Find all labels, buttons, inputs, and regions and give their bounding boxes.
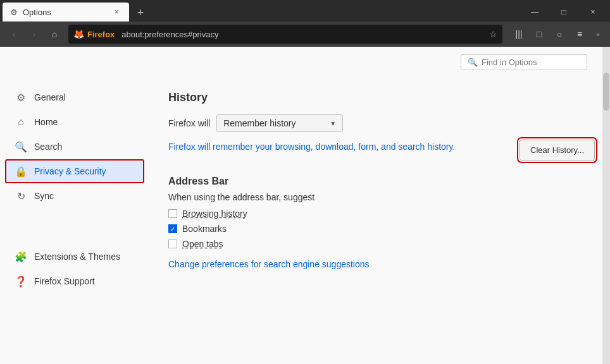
sidebar-label-support: Firefox Support xyxy=(34,276,95,286)
support-icon: ❓ xyxy=(15,276,27,287)
browsing-history-row: Browsing history xyxy=(168,209,595,219)
menu-button[interactable]: ≡ xyxy=(571,25,588,43)
browsing-history-checkbox[interactable] xyxy=(168,209,177,218)
active-tab[interactable]: ⚙ Options × xyxy=(3,3,129,21)
browsing-history-label: Browsing history xyxy=(182,209,247,219)
firefox-logo-icon: 🦊 xyxy=(73,29,84,39)
extensions-icon: 🧩 xyxy=(15,251,27,262)
sidebar-item-search[interactable]: 🔍 Search xyxy=(5,135,144,159)
synced-tabs-button[interactable]: □ xyxy=(530,25,548,43)
minimize-button[interactable]: — xyxy=(520,3,549,21)
open-tabs-label: Open tabs xyxy=(182,239,223,249)
home-icon: ⌂ xyxy=(15,116,27,128)
toolbar-right: ||| □ ○ ≡ xyxy=(510,25,588,43)
tab-close-button[interactable]: × xyxy=(111,7,121,17)
address-bar-title: Address Bar xyxy=(168,176,595,187)
search-icon: 🔍 xyxy=(15,141,27,152)
history-dropdown[interactable]: Remember history ▼ xyxy=(216,114,343,132)
bookmarks-checkbox[interactable]: ✓ xyxy=(168,224,177,233)
page-container: 🔍 ⚙ General ⌂ Home 🔍 Search 🔒 Privacy & … xyxy=(0,47,610,364)
sidebar-label-general: General xyxy=(34,92,66,102)
checkmark-icon: ✓ xyxy=(170,226,175,233)
sidebar-label-extensions: Extensions & Themes xyxy=(34,252,120,262)
sidebar-item-support[interactable]: ❓ Firefox Support xyxy=(5,269,144,293)
scrollbar[interactable] xyxy=(602,47,610,364)
window-controls: — □ × xyxy=(520,3,607,21)
close-window-button[interactable]: × xyxy=(578,3,607,21)
scrollbar-thumb[interactable] xyxy=(603,73,609,111)
sidebar-item-general[interactable]: ⚙ General xyxy=(5,85,144,109)
tab-title: Options xyxy=(23,8,106,17)
bookmarks-label: Bookmarks xyxy=(182,224,227,234)
brand-label: Firefox xyxy=(87,30,115,39)
address-bar[interactable]: 🦊 Firefox about:preferences#privacy ☆ xyxy=(68,25,502,44)
gear-icon: ⚙ xyxy=(15,92,27,103)
maximize-button[interactable]: □ xyxy=(549,3,578,21)
back-button[interactable]: ‹ xyxy=(5,25,23,43)
find-in-options-input[interactable]: 🔍 xyxy=(461,54,587,70)
lock-icon: 🔒 xyxy=(15,166,27,177)
history-description: Firefox will remember your browsing, dow… xyxy=(168,142,455,152)
firefox-will-label: Firefox will xyxy=(168,118,210,128)
nav-bar: ‹ › ⌂ 🦊 Firefox about:preferences#privac… xyxy=(0,21,610,47)
forward-button[interactable]: › xyxy=(25,25,43,43)
sidebar-item-home[interactable]: ⌂ Home xyxy=(5,110,144,134)
sync-icon: ↻ xyxy=(15,190,27,202)
address-url xyxy=(117,30,120,39)
open-tabs-row: Open tabs xyxy=(168,239,595,249)
find-options-field[interactable] xyxy=(482,58,588,67)
tab-bar: ⚙ Options × + — □ × xyxy=(0,0,610,21)
main-content: History Firefox will Remember history ▼ … xyxy=(149,78,610,364)
address-bar-section: Address Bar When using the address bar, … xyxy=(168,176,595,269)
sidebar-label-privacy: Privacy & Security xyxy=(34,166,106,176)
address-url-text: about:preferences#privacy xyxy=(121,30,218,39)
open-tabs-checkbox[interactable] xyxy=(168,240,177,248)
address-text: Firefox about:preferences#privacy xyxy=(87,30,485,39)
sidebar-item-sync[interactable]: ↻ Sync xyxy=(5,184,144,208)
profile-button[interactable]: ○ xyxy=(551,25,568,43)
bookmarks-row: ✓ Bookmarks xyxy=(168,224,595,234)
sidebar-spacer xyxy=(0,219,149,244)
home-button[interactable]: ⌂ xyxy=(46,25,63,43)
expand-toolbar-button[interactable]: » xyxy=(591,27,605,41)
tab-icon: ⚙ xyxy=(10,8,18,17)
suggest-label: When using the address bar, suggest xyxy=(168,192,595,202)
sidebar-item-privacy[interactable]: 🔒 Privacy & Security xyxy=(5,159,144,183)
bookmarks-toolbar-button[interactable]: ||| xyxy=(510,25,528,43)
sidebar: ⚙ General ⌂ Home 🔍 Search 🔒 Privacy & Se… xyxy=(0,78,149,364)
history-section: History Firefox will Remember history ▼ … xyxy=(168,91,595,161)
sidebar-label-sync: Sync xyxy=(34,191,54,201)
new-tab-button[interactable]: + xyxy=(132,4,149,21)
find-icon: 🔍 xyxy=(468,58,478,67)
sidebar-item-extensions[interactable]: 🧩 Extensions & Themes xyxy=(5,245,144,269)
sidebar-divider xyxy=(0,209,149,219)
sidebar-label-home: Home xyxy=(34,117,58,127)
history-dropdown-value: Remember history xyxy=(223,118,325,128)
dropdown-arrow-icon: ▼ xyxy=(330,120,336,127)
browser-chrome: ⚙ Options × + — □ × ‹ › ⌂ 🦊 Firefox abou… xyxy=(0,0,610,47)
history-title: History xyxy=(168,91,595,104)
clear-history-button[interactable]: Clear History... xyxy=(520,140,595,161)
search-engine-suggestions-link[interactable]: Change preferences for search engine sug… xyxy=(168,259,370,269)
sidebar-label-search: Search xyxy=(34,142,62,152)
bookmark-star-icon[interactable]: ☆ xyxy=(489,29,497,39)
